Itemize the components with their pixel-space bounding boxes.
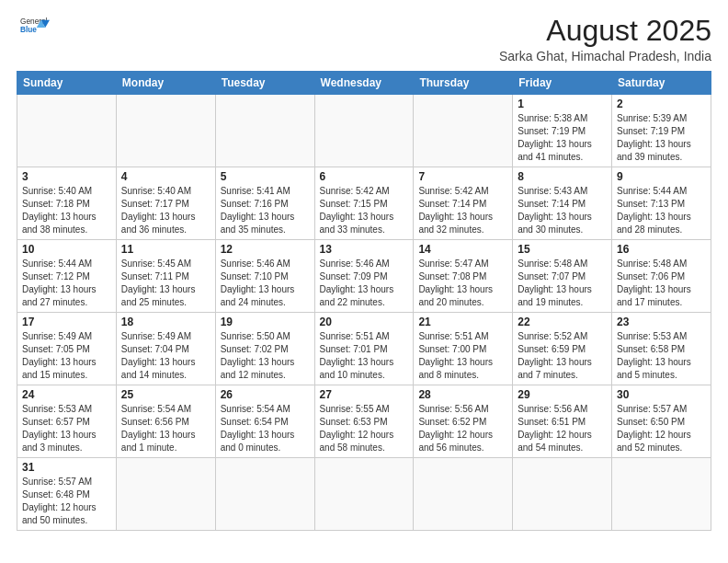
calendar-cell: 6Sunrise: 5:42 AM Sunset: 7:15 PM Daylig…	[314, 167, 414, 240]
day-number: 14	[418, 243, 507, 256]
day-number: 9	[617, 170, 706, 183]
day-number: 29	[518, 388, 607, 401]
day-number: 7	[418, 170, 507, 183]
calendar-header-row: SundayMondayTuesdayWednesdayThursdayFrid…	[17, 72, 711, 95]
day-info: Sunrise: 5:51 AM Sunset: 7:01 PM Dayligh…	[320, 330, 409, 382]
header: General Blue August 2025 Sarka Ghat, Him…	[17, 15, 711, 63]
calendar-cell	[215, 95, 314, 167]
calendar-cell	[513, 458, 612, 531]
svg-text:Blue: Blue	[20, 25, 37, 34]
calendar-cell: 13Sunrise: 5:46 AM Sunset: 7:09 PM Dayli…	[314, 240, 414, 313]
day-info: Sunrise: 5:46 AM Sunset: 7:10 PM Dayligh…	[221, 258, 310, 309]
weekday-header-saturday: Saturday	[612, 72, 711, 95]
calendar-cell: 31Sunrise: 5:57 AM Sunset: 6:48 PM Dayli…	[17, 458, 117, 531]
logo: General Blue	[17, 15, 50, 44]
day-info: Sunrise: 5:42 AM Sunset: 7:15 PM Dayligh…	[320, 185, 409, 236]
day-info: Sunrise: 5:52 AM Sunset: 6:59 PM Dayligh…	[518, 330, 607, 382]
day-number: 31	[22, 461, 111, 474]
day-number: 11	[121, 243, 210, 256]
calendar-cell: 24Sunrise: 5:53 AM Sunset: 6:57 PM Dayli…	[17, 385, 117, 458]
weekday-header-thursday: Thursday	[414, 72, 513, 95]
calendar-cell: 1Sunrise: 5:38 AM Sunset: 7:19 PM Daylig…	[513, 95, 612, 167]
day-info: Sunrise: 5:48 AM Sunset: 7:07 PM Dayligh…	[518, 258, 607, 309]
page: General Blue August 2025 Sarka Ghat, Him…	[0, 0, 728, 563]
calendar-table: SundayMondayTuesdayWednesdayThursdayFrid…	[17, 71, 711, 531]
day-number: 24	[22, 388, 111, 401]
calendar-cell: 10Sunrise: 5:44 AM Sunset: 7:12 PM Dayli…	[17, 240, 117, 313]
day-info: Sunrise: 5:44 AM Sunset: 7:12 PM Dayligh…	[22, 258, 111, 309]
calendar-cell: 18Sunrise: 5:49 AM Sunset: 7:04 PM Dayli…	[116, 313, 215, 385]
day-number: 18	[121, 316, 210, 328]
calendar-cell: 16Sunrise: 5:48 AM Sunset: 7:06 PM Dayli…	[612, 240, 711, 313]
day-number: 2	[617, 98, 706, 110]
day-number: 27	[320, 388, 409, 401]
weekday-header-monday: Monday	[116, 72, 215, 95]
day-info: Sunrise: 5:44 AM Sunset: 7:13 PM Dayligh…	[617, 185, 706, 236]
day-number: 30	[617, 388, 706, 401]
day-info: Sunrise: 5:49 AM Sunset: 7:05 PM Dayligh…	[22, 330, 111, 382]
day-info: Sunrise: 5:38 AM Sunset: 7:19 PM Dayligh…	[518, 112, 607, 164]
day-info: Sunrise: 5:57 AM Sunset: 6:50 PM Dayligh…	[617, 403, 706, 454]
title-block: August 2025 Sarka Ghat, Himachal Pradesh…	[499, 15, 711, 63]
calendar-cell	[116, 458, 215, 531]
calendar-cell: 21Sunrise: 5:51 AM Sunset: 7:00 PM Dayli…	[414, 313, 513, 385]
day-number: 26	[221, 388, 310, 401]
day-info: Sunrise: 5:54 AM Sunset: 6:54 PM Dayligh…	[221, 403, 310, 454]
calendar-cell	[215, 458, 314, 531]
day-number: 17	[22, 316, 111, 328]
day-info: Sunrise: 5:54 AM Sunset: 6:56 PM Dayligh…	[121, 403, 210, 454]
day-info: Sunrise: 5:57 AM Sunset: 6:48 PM Dayligh…	[22, 476, 111, 527]
calendar-cell: 11Sunrise: 5:45 AM Sunset: 7:11 PM Dayli…	[116, 240, 215, 313]
day-number: 8	[518, 170, 607, 183]
calendar-week-row: 31Sunrise: 5:57 AM Sunset: 6:48 PM Dayli…	[17, 458, 711, 531]
calendar-cell: 3Sunrise: 5:40 AM Sunset: 7:18 PM Daylig…	[17, 167, 117, 240]
day-info: Sunrise: 5:41 AM Sunset: 7:16 PM Dayligh…	[221, 185, 310, 236]
calendar-cell: 25Sunrise: 5:54 AM Sunset: 6:56 PM Dayli…	[116, 385, 215, 458]
day-number: 22	[518, 316, 607, 328]
day-info: Sunrise: 5:42 AM Sunset: 7:14 PM Dayligh…	[418, 185, 507, 236]
day-info: Sunrise: 5:53 AM Sunset: 6:58 PM Dayligh…	[617, 330, 706, 382]
calendar-cell: 15Sunrise: 5:48 AM Sunset: 7:07 PM Dayli…	[513, 240, 612, 313]
calendar-cell: 7Sunrise: 5:42 AM Sunset: 7:14 PM Daylig…	[414, 167, 513, 240]
calendar-cell	[116, 95, 215, 167]
calendar-cell: 19Sunrise: 5:50 AM Sunset: 7:02 PM Dayli…	[215, 313, 314, 385]
day-number: 28	[418, 388, 507, 401]
calendar-cell: 14Sunrise: 5:47 AM Sunset: 7:08 PM Dayli…	[414, 240, 513, 313]
calendar-cell: 20Sunrise: 5:51 AM Sunset: 7:01 PM Dayli…	[314, 313, 414, 385]
weekday-header-wednesday: Wednesday	[314, 72, 414, 95]
calendar-cell: 4Sunrise: 5:40 AM Sunset: 7:17 PM Daylig…	[116, 167, 215, 240]
logo-icon: General Blue	[20, 15, 50, 40]
day-number: 15	[518, 243, 607, 256]
calendar-week-row: 10Sunrise: 5:44 AM Sunset: 7:12 PM Dayli…	[17, 240, 711, 313]
day-number: 1	[518, 98, 607, 110]
calendar-cell: 5Sunrise: 5:41 AM Sunset: 7:16 PM Daylig…	[215, 167, 314, 240]
day-info: Sunrise: 5:40 AM Sunset: 7:17 PM Dayligh…	[121, 185, 210, 236]
day-info: Sunrise: 5:48 AM Sunset: 7:06 PM Dayligh…	[617, 258, 706, 309]
day-number: 3	[22, 170, 111, 183]
day-number: 20	[320, 316, 409, 328]
calendar-week-row: 1Sunrise: 5:38 AM Sunset: 7:19 PM Daylig…	[17, 95, 711, 167]
day-number: 13	[320, 243, 409, 256]
calendar-cell	[414, 95, 513, 167]
main-title: August 2025	[499, 15, 711, 47]
day-number: 16	[617, 243, 706, 256]
calendar-cell: 2Sunrise: 5:39 AM Sunset: 7:19 PM Daylig…	[612, 95, 711, 167]
day-info: Sunrise: 5:39 AM Sunset: 7:19 PM Dayligh…	[617, 112, 706, 164]
calendar-cell: 28Sunrise: 5:56 AM Sunset: 6:52 PM Dayli…	[414, 385, 513, 458]
day-info: Sunrise: 5:53 AM Sunset: 6:57 PM Dayligh…	[22, 403, 111, 454]
calendar-cell	[414, 458, 513, 531]
calendar-cell: 12Sunrise: 5:46 AM Sunset: 7:10 PM Dayli…	[215, 240, 314, 313]
calendar-cell	[314, 458, 414, 531]
calendar-cell: 30Sunrise: 5:57 AM Sunset: 6:50 PM Dayli…	[612, 385, 711, 458]
day-info: Sunrise: 5:46 AM Sunset: 7:09 PM Dayligh…	[320, 258, 409, 309]
day-number: 19	[221, 316, 310, 328]
calendar-week-row: 24Sunrise: 5:53 AM Sunset: 6:57 PM Dayli…	[17, 385, 711, 458]
day-number: 21	[418, 316, 507, 328]
day-number: 4	[121, 170, 210, 183]
day-info: Sunrise: 5:56 AM Sunset: 6:51 PM Dayligh…	[518, 403, 607, 454]
subtitle: Sarka Ghat, Himachal Pradesh, India	[499, 49, 711, 63]
calendar-cell	[17, 95, 117, 167]
calendar-cell: 17Sunrise: 5:49 AM Sunset: 7:05 PM Dayli…	[17, 313, 117, 385]
day-info: Sunrise: 5:49 AM Sunset: 7:04 PM Dayligh…	[121, 330, 210, 382]
day-info: Sunrise: 5:50 AM Sunset: 7:02 PM Dayligh…	[221, 330, 310, 382]
